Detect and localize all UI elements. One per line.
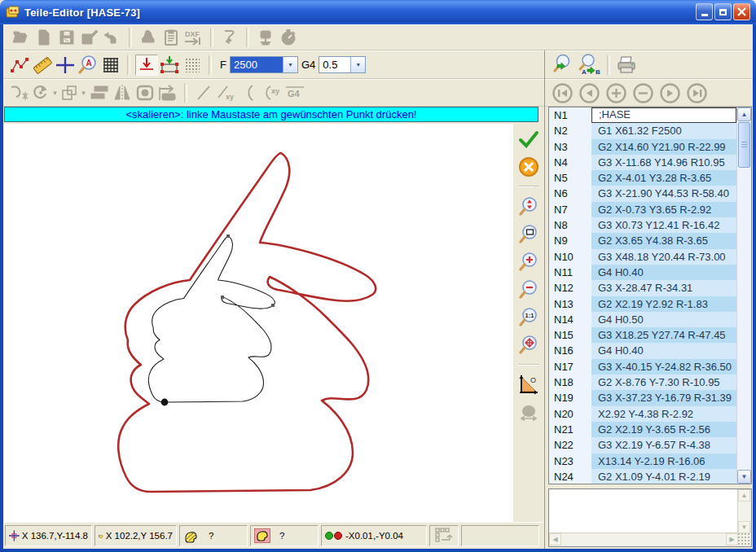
gcode-row[interactable]: N1;HASE (549, 107, 736, 123)
gcode-row[interactable]: N4G3 X-11.68 Y14.96 R10.95 (549, 155, 736, 170)
gcode-row[interactable]: N5G2 X-4.01 Y3.28 R-3.65 (549, 170, 736, 186)
comment-scroll-down-button[interactable]: ▼ (738, 521, 750, 533)
gcode-row[interactable]: N22G3 X2.19 Y-6.57 R-4.38 (549, 437, 736, 453)
rotate-tool-button[interactable] (31, 82, 51, 103)
line-xy-tool-button[interactable]: xy (215, 82, 238, 103)
scroll-down-button[interactable]: ▼ (737, 470, 751, 484)
gcode-row[interactable]: N16G4 H0.40 (549, 343, 736, 358)
grid-dots-button[interactable] (181, 55, 204, 76)
gcode-row[interactable]: N8G3 X0.73 Y12.41 R-16.42 (549, 217, 736, 233)
g4-dwell-tool-button[interactable]: G4 (284, 82, 306, 103)
undo-button[interactable] (101, 27, 124, 48)
zoom-to-line-button[interactable] (552, 55, 574, 76)
open-button[interactable] (10, 27, 33, 48)
frame-tool-button[interactable] (134, 82, 156, 103)
scroll-up-button[interactable]: ▲ (737, 107, 751, 121)
g4-combobox[interactable]: 0.5 ▼ (319, 56, 366, 73)
move-contour-button[interactable] (156, 82, 179, 103)
gcode-row[interactable]: N24G2 X1.09 Y-4.01 R-2.19 (549, 469, 736, 484)
zoom-vertical-button[interactable] (517, 195, 540, 217)
clipboard-button[interactable] (160, 27, 182, 48)
next-line-button[interactable] (659, 82, 681, 104)
close-button[interactable] (733, 3, 750, 20)
comment-scroll-left-button[interactable]: ◀ (549, 533, 561, 545)
zoom-a-to-b-button[interactable]: AB (574, 55, 602, 76)
drawing-canvas[interactable] (4, 124, 512, 522)
rotate-view-button[interactable] (517, 401, 540, 423)
feed-dropdown-button[interactable]: ▼ (283, 57, 297, 72)
gcode-scrollbar[interactable]: ▲ ▼ (736, 107, 751, 484)
comment-scroll-up-button[interactable]: ▲ (738, 489, 750, 502)
gcode-row[interactable]: N17G3 X-40.15 Y-24.82 R-36.50 (549, 359, 736, 375)
insert-line-button[interactable] (605, 82, 627, 104)
resize-grip[interactable] (738, 533, 751, 546)
gcode-row[interactable]: N12G3 X-28.47 R-34.31 (549, 280, 736, 296)
save-button[interactable] (55, 27, 78, 48)
gcode-row[interactable]: N23X13.14 Y-2.19 R-16.06 (549, 453, 736, 469)
feed-combobox[interactable]: 2500 ▼ (230, 56, 298, 73)
save-as-button[interactable] (78, 27, 101, 48)
comment-scroll-right-button[interactable]: ▶ (726, 533, 738, 545)
comment-hscrollbar[interactable]: ◀ ▶ (549, 532, 738, 546)
gcode-row[interactable]: N15G3 X18.25 Y27.74 R-47.45 (549, 327, 736, 343)
arc-xy-tool-button[interactable]: xy (261, 82, 284, 103)
zoom-window-button[interactable] (517, 223, 540, 245)
g4-dropdown-button[interactable]: ▼ (350, 57, 365, 72)
gcode-row[interactable]: N6G3 X-21.90 Y44.53 R-58.40 (549, 186, 736, 201)
zero-on-contour-button[interactable] (158, 55, 181, 76)
g4-value[interactable]: 0.5 (319, 57, 350, 72)
zoom-out-button[interactable] (517, 278, 540, 300)
spline-tool-button[interactable] (8, 82, 31, 103)
machine-button[interactable] (254, 27, 277, 48)
dxf-export-button[interactable]: DXF (182, 27, 205, 48)
polyline-tool-button[interactable] (8, 55, 31, 76)
scroll-track[interactable] (737, 169, 751, 470)
align-step-button[interactable] (88, 82, 111, 103)
zero-point-marker[interactable] (161, 399, 169, 406)
delete-line-button[interactable] (632, 82, 654, 104)
rotate-dropdown-button[interactable]: ▼ (51, 82, 59, 103)
scale-tool-button[interactable] (59, 82, 79, 103)
confirm-button[interactable] (517, 128, 540, 150)
origin-axes-button[interactable]: O (517, 374, 540, 396)
grid-button[interactable] (99, 55, 122, 76)
pan-button[interactable] (517, 334, 540, 356)
cancel-button[interactable] (517, 156, 540, 177)
comment-vscrollbar[interactable]: ▲ ▼ (737, 489, 751, 533)
previous-line-button[interactable] (578, 82, 600, 104)
gcode-row[interactable]: N9G2 X3.65 Y4.38 R-3.65 (549, 233, 736, 248)
mirror-tool-button[interactable] (111, 82, 134, 103)
line-tool-button[interactable] (192, 82, 215, 103)
new-file-button[interactable] (33, 27, 55, 48)
gcode-row[interactable]: N14G4 H0.50 (549, 312, 736, 327)
crosshair-tool-button[interactable] (54, 55, 77, 76)
maximize-button[interactable] (714, 3, 732, 20)
toolpath-order-button[interactable] (218, 27, 241, 48)
scale-dropdown-button[interactable]: ▼ (79, 82, 88, 103)
gcode-row[interactable]: N18G2 X-8.76 Y-7.30 R-10.95 (549, 375, 736, 390)
scroll-thumb[interactable] (738, 122, 750, 168)
goto-first-line-button[interactable] (552, 82, 574, 104)
gcode-row[interactable]: N20X2.92 Y-4.38 R-2.92 (549, 406, 736, 422)
zoom-1to1-button[interactable]: 1:1 (517, 306, 540, 328)
arc-tool-button[interactable] (238, 82, 261, 103)
gcode-row[interactable]: N10G3 X48.18 Y20.44 R-73.00 (549, 249, 736, 265)
minimize-button[interactable] (696, 3, 713, 20)
set-zero-point-button[interactable] (135, 55, 158, 76)
feed-value[interactable]: 2500 (231, 57, 283, 72)
gcode-row[interactable]: N2G1 X61.32 F2500 (549, 123, 736, 138)
comment-textarea[interactable]: ▲ ▼ ◀ ▶ (548, 488, 752, 547)
gcode-row[interactable]: N3G2 X14.60 Y21.90 R-22.99 (549, 139, 736, 155)
gcode-row[interactable]: N19G3 X-37.23 Y-16.79 R-31.39 (549, 390, 736, 405)
zoom-in-button[interactable] (517, 251, 540, 273)
gcode-row[interactable]: N7G2 X-0.73 Y3.65 R-2.92 (549, 202, 736, 217)
gcode-row[interactable]: N11G4 H0.40 (549, 265, 736, 280)
goto-last-line-button[interactable] (686, 82, 708, 104)
measure-tool-button[interactable] (31, 55, 54, 76)
print-button[interactable] (615, 55, 638, 76)
plot-button[interactable] (137, 27, 160, 48)
gcode-row[interactable]: N13G2 X2.19 Y2.92 R-1.83 (549, 296, 736, 312)
gcode-row[interactable]: N21G2 X2.19 Y-3.65 R-2.56 (549, 422, 736, 437)
zoom-auto-button[interactable]: A (77, 55, 99, 76)
stopwatch-button[interactable] (277, 27, 300, 48)
